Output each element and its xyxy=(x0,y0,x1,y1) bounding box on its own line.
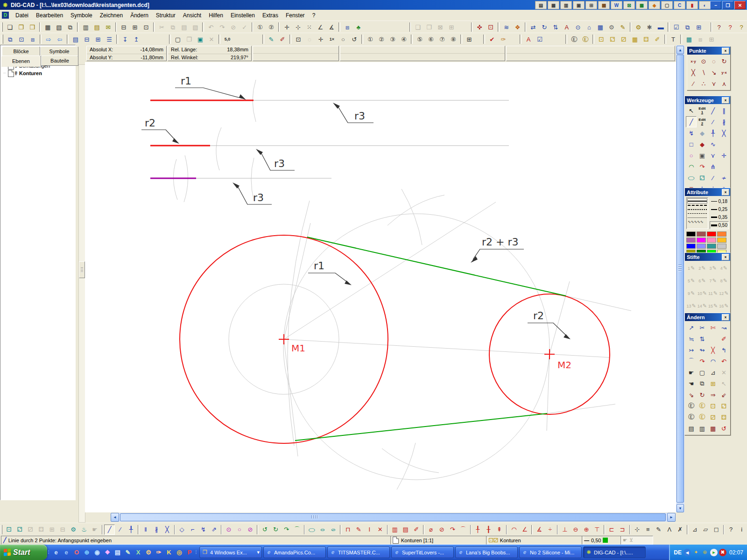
measure-triangle-button[interactable]: ⊿ xyxy=(690,525,700,535)
dim-frame-2-button[interactable]: ⊐ xyxy=(617,525,628,535)
menu-hilfen[interactable]: Hilfen xyxy=(205,11,227,20)
internet-explorer-icon[interactable]: e xyxy=(51,547,61,558)
dim-vertical-button[interactable]: Ι xyxy=(364,525,375,535)
point-partition-button[interactable]: ∴ xyxy=(698,78,709,89)
app-red-icon[interactable]: ▮ xyxy=(686,1,698,9)
stop-icon[interactable]: ✖ xyxy=(719,549,726,556)
line-simple-button[interactable]: ╱ xyxy=(708,105,719,116)
zoom-6-button[interactable]: ⑥ xyxy=(425,34,437,44)
print-button[interactable]: ⊟ xyxy=(118,22,129,32)
save-as-button[interactable]: ▧ xyxy=(53,22,64,32)
node-edit-button[interactable]: ↰ xyxy=(719,344,729,356)
color-swatch-6[interactable] xyxy=(707,238,716,243)
write-icon[interactable]: ✎ xyxy=(123,547,133,558)
sidebar-tab-symbole[interactable]: Symbole xyxy=(40,46,78,56)
menu-?[interactable]: ? xyxy=(309,11,319,20)
menu-datei[interactable]: Datei xyxy=(12,11,32,20)
door-pen-button[interactable]: ⌂ xyxy=(584,22,595,32)
planner-icon[interactable]: ⊞ xyxy=(585,1,597,9)
block-pen-button[interactable]: ✐ xyxy=(652,34,663,44)
dim-small-pen-button[interactable]: ✐ xyxy=(411,525,422,535)
maximize-button[interactable]: ❐ xyxy=(722,1,733,9)
zoom-1x-button[interactable]: 1× xyxy=(326,34,338,44)
line-perpendicular-button[interactable]: ╀ xyxy=(126,525,136,535)
dim-frame-1-button[interactable]: ⊏ xyxy=(606,525,617,535)
dim-chain-button[interactable]: ▥ xyxy=(389,525,400,535)
parallel-line-button[interactable]: ‖ xyxy=(141,525,151,535)
image-pen-button[interactable]: ▦ xyxy=(595,22,606,32)
dim-delete-button[interactable]: ✕ xyxy=(375,525,386,535)
windows-horizontal-button[interactable]: ⊟ xyxy=(81,34,92,44)
select-partial-button[interactable]: ⊿ xyxy=(708,367,719,378)
material-pot-button[interactable]: ♨ xyxy=(79,525,90,535)
zoom-3-button[interactable]: ③ xyxy=(387,34,398,44)
horizontal-scrollbar-thumb[interactable] xyxy=(120,513,666,521)
scroll-down-button[interactable]: ▼ xyxy=(677,504,684,512)
text-pen-button[interactable]: A xyxy=(561,22,572,32)
lock-icon[interactable]: ✦ xyxy=(692,549,700,556)
extend-element-button[interactable]: ↬ xyxy=(697,344,707,356)
task-button-amandapics-co-[interactable]: eAmandaPics.Co... xyxy=(263,546,326,558)
windows-vertical-button[interactable]: ⊞ xyxy=(92,34,104,44)
windows-overview-button[interactable]: ⧈ xyxy=(27,34,38,44)
photo-app-icon[interactable]: ❖ xyxy=(102,547,113,558)
help-book-button[interactable]: ? xyxy=(736,22,747,32)
select-frame-button[interactable]: ▢ xyxy=(697,367,707,378)
line-weight-0-25[interactable]: 0,25 xyxy=(710,205,729,213)
save-button[interactable]: ▦ xyxy=(42,22,53,32)
sheet-tools-3-button[interactable]: ▦ xyxy=(708,423,719,434)
layer-windows-button[interactable]: ⧈ xyxy=(342,22,353,32)
arc-321-button[interactable]: ↻ xyxy=(270,525,281,535)
line-2pt-button[interactable]: ╱ xyxy=(104,525,115,535)
arc-tangent-button[interactable]: ⌒ xyxy=(292,525,303,535)
dim-divide-button[interactable]: ÷ xyxy=(545,525,556,535)
folder-copy-button[interactable]: ▤ xyxy=(92,22,103,32)
ellipse-tangent-button[interactable]: ⊘ xyxy=(328,526,338,533)
view3d-settings-button[interactable]: ⚙ xyxy=(68,525,79,535)
open-file-button[interactable]: ❐ xyxy=(15,22,27,32)
dim-radius-button[interactable]: ↷ xyxy=(447,525,458,535)
p-red-icon[interactable]: P xyxy=(184,547,195,558)
color-swatch-4[interactable] xyxy=(686,238,696,243)
color-swatch-9[interactable] xyxy=(697,244,706,249)
dim-base-button[interactable]: ▤ xyxy=(400,525,411,535)
palette-pen-button[interactable]: ❖ xyxy=(512,22,523,32)
task-button-supertitlovers-[interactable]: eSuperTitLovers -... xyxy=(391,546,454,558)
task-button-no-2-silicone-mi-[interactable]: eNo 2 Silicone - Mi... xyxy=(519,546,582,558)
block-frame-button[interactable]: ⊞ xyxy=(708,378,719,389)
point-edit-red-button[interactable]: ✜ xyxy=(474,22,485,32)
updown-pen-button[interactable]: ⇅ xyxy=(550,22,561,32)
dim-angle-button[interactable]: ∠ xyxy=(519,525,530,535)
dim-angle-arc-button[interactable]: ◠ xyxy=(508,525,519,535)
help-direct-button[interactable]: ? xyxy=(725,22,736,32)
arc-edit-2-button[interactable]: ↷ xyxy=(697,356,707,367)
windows-copy-button[interactable]: ⧉ xyxy=(5,34,16,44)
measure-pen-button[interactable]: ✎ xyxy=(266,34,277,44)
task-button-titsmaster-c-[interactable]: eTITSMASTER.C... xyxy=(327,546,390,558)
ellipse-button[interactable]: ◯ xyxy=(686,175,697,182)
measure-delete-button[interactable]: ✐ xyxy=(277,34,288,44)
window-options-3-button[interactable]: ⊞ xyxy=(693,22,705,32)
angle-rays-button[interactable]: ∠ xyxy=(315,22,326,32)
color-swatch-10[interactable] xyxy=(707,244,716,249)
window-new-button[interactable]: ⊡ xyxy=(16,34,27,44)
dim-circle-button[interactable]: ⊘ xyxy=(437,525,447,535)
select-cursor-button[interactable]: ↖ xyxy=(686,105,697,116)
block-attribs-button[interactable]: ⚃ xyxy=(641,34,652,44)
dim-datum-4-button[interactable]: ⊤ xyxy=(592,525,602,535)
edit-sheet-2-button[interactable]: Ⓔ xyxy=(686,412,697,423)
zoom-fit-button[interactable]: ⊡ xyxy=(293,34,304,44)
dim-arc-button[interactable]: ⌒ xyxy=(458,525,469,535)
sidebar-tab-bauteile[interactable]: Bauteile xyxy=(41,56,78,66)
line-style-solid[interactable] xyxy=(688,199,707,203)
sheet-icon[interactable]: ▦ xyxy=(636,1,648,9)
help-manual-button[interactable]: ? xyxy=(713,22,725,32)
start-button[interactable]: Start xyxy=(0,545,47,560)
arc-edit-4-button[interactable]: ↶ xyxy=(719,356,729,367)
open-import-button[interactable]: ❒ xyxy=(27,22,38,32)
line-weight-0-50[interactable]: 0,50 xyxy=(710,221,729,229)
dim-pen-button[interactable]: ✎ xyxy=(353,525,364,535)
hatch-delete-button[interactable]: ✗ xyxy=(675,525,685,535)
zoom-1-button[interactable]: ① xyxy=(365,34,376,44)
window-options-1-button[interactable]: ☑ xyxy=(671,22,682,32)
